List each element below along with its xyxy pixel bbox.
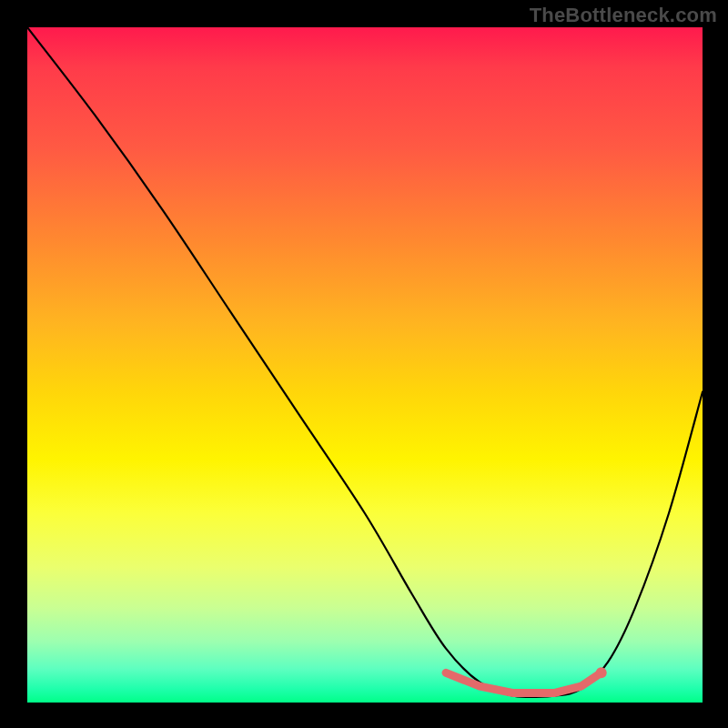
chart-frame: TheBottleneck.com [0,0,728,728]
curve-layer [27,27,703,703]
optimal-range-marker [446,672,602,693]
watermark-text: TheBottleneck.com [530,4,717,27]
bottleneck-curve [27,27,703,697]
optimal-range-endpoint [596,667,607,678]
plot-area [27,27,703,703]
